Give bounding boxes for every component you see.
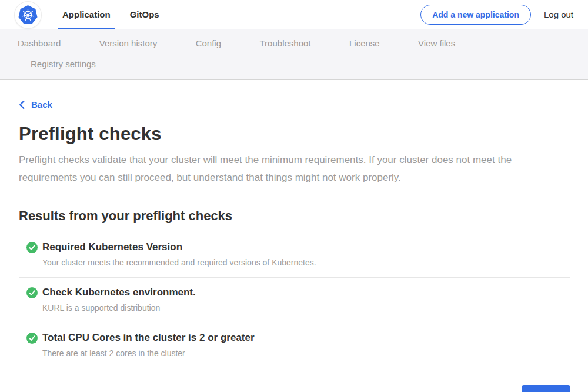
tab-gitops[interactable]: GitOps	[125, 0, 164, 29]
preflight-page: Back Preflight checks Preflight checks v…	[0, 80, 588, 392]
app-subnav: Dashboard Version history Config Trouble…	[0, 29, 588, 80]
check-body: Required Kubernetes Version Your cluster…	[42, 241, 316, 267]
subnav-row-2: Registry settings	[0, 54, 588, 74]
subnav-item-troubleshoot[interactable]: Troubleshoot	[260, 33, 311, 54]
preflight-results-list: Required Kubernetes Version Your cluster…	[19, 232, 570, 368]
check-body: Total CPU Cores in the cluster is 2 or g…	[42, 332, 255, 358]
subnav-row-1: Dashboard Version history Config Trouble…	[0, 33, 588, 54]
tab-application-label: Application	[62, 9, 111, 19]
page-title: Preflight checks	[19, 124, 570, 145]
add-application-button[interactable]: Add a new application	[420, 5, 531, 25]
check-title: Check Kubernetes environment.	[42, 287, 196, 298]
topbar-right: Add a new application Log out	[420, 5, 573, 25]
success-check-icon	[26, 287, 38, 298]
preflight-check-row: Required Kubernetes Version Your cluster…	[19, 232, 570, 277]
check-title: Total CPU Cores in the cluster is 2 or g…	[42, 332, 255, 344]
logout-link[interactable]: Log out	[544, 9, 573, 19]
tab-gitops-label: GitOps	[130, 9, 159, 19]
subnav-item-registry-settings[interactable]: Registry settings	[31, 54, 96, 74]
preflight-check-row: Total CPU Cores in the cluster is 2 or g…	[19, 323, 570, 368]
top-navbar: Application GitOps Add a new application…	[0, 0, 588, 29]
top-nav-tabs: Application GitOps	[58, 0, 174, 29]
page-actions: Re-run	[19, 385, 570, 392]
success-check-icon	[26, 242, 38, 253]
check-message: KURL is a supported distribution	[42, 303, 196, 313]
back-link[interactable]: Back	[19, 99, 52, 109]
results-heading: Results from your preflight checks	[19, 208, 570, 224]
tab-application[interactable]: Application	[58, 0, 115, 29]
success-check-icon	[26, 333, 38, 344]
rerun-button[interactable]: Re-run	[522, 385, 570, 392]
check-body: Check Kubernetes environment. KURL is a …	[42, 287, 196, 313]
subnav-item-view-files[interactable]: View files	[418, 33, 455, 54]
check-title: Required Kubernetes Version	[42, 241, 316, 253]
back-link-label: Back	[31, 99, 52, 109]
subnav-item-license[interactable]: License	[349, 33, 380, 54]
app-root: Application GitOps Add a new application…	[0, 0, 588, 392]
check-message: Your cluster meets the recommended and r…	[42, 258, 316, 267]
chevron-left-icon	[19, 101, 25, 109]
page-description: Preflight checks validate that your clus…	[19, 151, 557, 187]
check-message: There are at least 2 cores in the cluste…	[42, 348, 255, 358]
preflight-check-row: Check Kubernetes environment. KURL is a …	[19, 277, 570, 323]
subnav-item-dashboard[interactable]: Dashboard	[18, 33, 61, 54]
subnav-item-config[interactable]: Config	[196, 33, 221, 54]
kubernetes-logo-icon[interactable]	[15, 2, 41, 28]
subnav-item-version-history[interactable]: Version history	[99, 33, 157, 54]
